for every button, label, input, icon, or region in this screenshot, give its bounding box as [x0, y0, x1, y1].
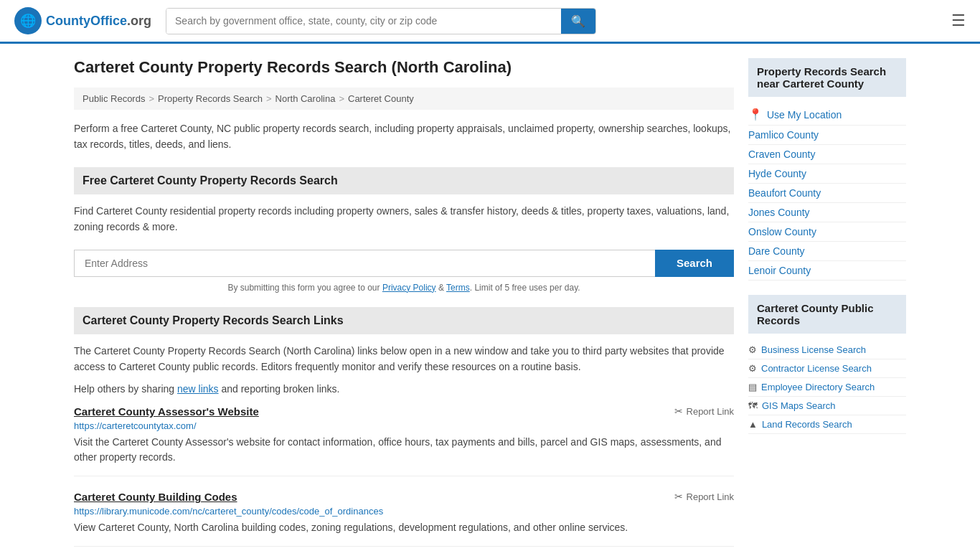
breadcrumb-sep-1: > [149, 93, 154, 104]
address-search-form: Search [74, 250, 734, 277]
gis-maps-icon: 🗺 [748, 400, 758, 411]
employee-directory-link[interactable]: Employee Directory Search [761, 382, 875, 392]
new-links-link[interactable]: new links [177, 383, 219, 395]
address-search-input[interactable] [74, 250, 655, 277]
logo-icon: 🌐 [14, 7, 42, 34]
main-container: Carteret County Property Records Search … [60, 44, 920, 551]
public-records-section-title: Carteret County Public Records [748, 295, 906, 334]
link-assessor-desc: Visit the Carteret County Assessor's web… [74, 435, 734, 465]
breadcrumb-public-records[interactable]: Public Records [83, 93, 145, 104]
record-employee-directory[interactable]: ▤ Employee Directory Search [748, 378, 906, 397]
nearby-section-title: Property Records Search near Carteret Co… [748, 58, 906, 97]
report-icon-assessor: ✂ [674, 405, 683, 417]
free-search-description: Find Carteret County residential propert… [74, 203, 734, 235]
link-item-building-header: Carteret County Building Codes ✂ Report … [74, 491, 734, 503]
form-and-text: & [438, 283, 444, 293]
business-license-link[interactable]: Business License Search [761, 344, 866, 355]
location-icon: 📍 [748, 108, 763, 121]
page-title: Carteret County Property Records Search … [74, 58, 734, 77]
form-terms-label: By submitting this form you agree to our [227, 283, 380, 293]
links-section-header: Carteret County Property Records Search … [74, 307, 734, 334]
links-description: The Carteret County Property Records Sea… [74, 343, 734, 375]
record-gis-maps[interactable]: 🗺 GIS Maps Search [748, 397, 906, 415]
link-building-title[interactable]: Carteret County Building Codes [74, 491, 237, 503]
nearby-counties-list: 📍 Use My Location Pamlico County Craven … [748, 104, 906, 281]
contractor-license-icon: ⚙ [748, 363, 757, 374]
county-hyde[interactable]: Hyde County [748, 164, 906, 184]
land-records-icon: ▲ [748, 419, 758, 430]
report-link-building[interactable]: ✂ Report Link [674, 491, 734, 502]
link-building-url[interactable]: https://library.municode.com/nc/carteret… [74, 506, 734, 517]
gis-maps-link[interactable]: GIS Maps Search [762, 400, 836, 411]
record-contractor-license[interactable]: ⚙ Contractor License Search [748, 359, 906, 378]
global-search-button[interactable]: 🔍 [561, 9, 595, 34]
hamburger-menu-icon[interactable]: ☰ [951, 11, 966, 30]
link-item-building-codes: Carteret County Building Codes ✂ Report … [74, 491, 734, 547]
link-assessor-title[interactable]: Carteret County Assessor's Website [74, 405, 259, 418]
report-link-assessor[interactable]: ✂ Report Link [674, 405, 734, 417]
breadcrumb-sep-3: > [339, 93, 344, 104]
breadcrumb-sep-2: > [266, 93, 272, 104]
address-search-button[interactable]: Search [655, 250, 734, 277]
form-limit-text: Limit of 5 free uses per day. [474, 283, 580, 293]
county-craven[interactable]: Craven County [748, 145, 906, 164]
public-records-list: ⚙ Business License Search ⚙ Contractor L… [748, 341, 906, 434]
site-logo[interactable]: 🌐 CountyOffice.org [14, 7, 151, 34]
terms-link[interactable]: Terms [446, 283, 470, 293]
link-assessor-url[interactable]: https://carteretcountytax.com/ [74, 420, 734, 431]
breadcrumb-current: Carteret County [348, 93, 414, 104]
use-location-item[interactable]: 📍 Use My Location [748, 104, 906, 126]
privacy-policy-link[interactable]: Privacy Policy [382, 283, 436, 293]
breadcrumb-property-records[interactable]: Property Records Search [158, 93, 263, 104]
county-dare[interactable]: Dare County [748, 242, 906, 261]
county-onslow[interactable]: Onslow County [748, 222, 906, 242]
global-search-bar: 🔍 [166, 8, 596, 34]
link-building-desc: View Carteret County, North Carolina bui… [74, 520, 734, 535]
county-pamlico[interactable]: Pamlico County [748, 126, 906, 145]
link-item-assessor: Carteret County Assessor's Website ✂ Rep… [74, 405, 734, 476]
sidebar: Property Records Search near Carteret Co… [748, 58, 906, 551]
global-search-input[interactable] [166, 9, 561, 34]
link-item-assessor-header: Carteret County Assessor's Website ✂ Rep… [74, 405, 734, 418]
employee-directory-icon: ▤ [748, 382, 757, 392]
contractor-license-link[interactable]: Contractor License Search [761, 363, 872, 374]
site-header: 🌐 CountyOffice.org 🔍 ☰ [0, 0, 980, 44]
county-lenoir[interactable]: Lenoir County [748, 261, 906, 281]
free-search-section-header: Free Carteret County Property Records Se… [74, 167, 734, 194]
page-description: Perform a free Carteret County, NC publi… [74, 121, 734, 153]
business-license-icon: ⚙ [748, 344, 757, 355]
record-land-records[interactable]: ▲ Land Records Search [748, 415, 906, 434]
report-icon-building: ✂ [674, 491, 683, 502]
share-text: Help others by sharing new links and rep… [74, 383, 734, 395]
form-terms-text: By submitting this form you agree to our… [74, 283, 734, 293]
breadcrumb: Public Records > Property Records Search… [74, 88, 734, 110]
land-records-link[interactable]: Land Records Search [762, 419, 852, 430]
use-location-link[interactable]: Use My Location [767, 109, 842, 121]
county-jones[interactable]: Jones County [748, 203, 906, 222]
county-beaufort[interactable]: Beaufort County [748, 184, 906, 203]
record-business-license[interactable]: ⚙ Business License Search [748, 341, 906, 359]
breadcrumb-north-carolina[interactable]: North Carolina [275, 93, 336, 104]
logo-text: CountyOffice.org [46, 14, 151, 29]
content-area: Carteret County Property Records Search … [74, 58, 734, 551]
